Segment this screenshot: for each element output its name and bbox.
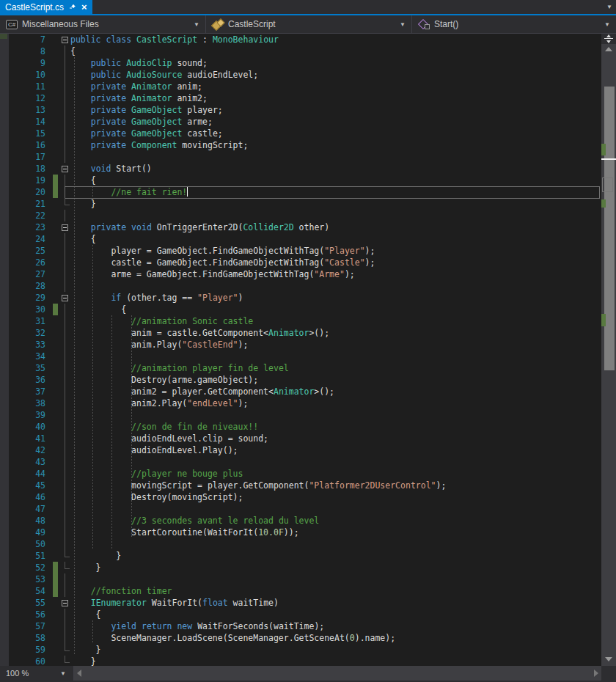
outlining-margin[interactable] — [60, 597, 70, 609]
code-line[interactable]: 12 private Animator anim2; — [0, 92, 601, 104]
code-line[interactable]: 28 — [0, 280, 601, 292]
code-line[interactable]: 27 arme = GameObject.FindGameObjectWithT… — [0, 268, 601, 280]
change-bar-empty — [53, 503, 58, 515]
code-line[interactable]: 36 Destroy(arme.gameObject); — [0, 374, 601, 386]
code-line[interactable]: 56 { — [0, 609, 601, 620]
code-line[interactable]: 11 private Animator anim; — [0, 81, 601, 92]
code-line[interactable]: 21 } — [0, 198, 601, 210]
code-line[interactable]: 41 audioEndLevel.clip = sound; — [0, 433, 601, 444]
zoom-control[interactable]: 100 % ▼ — [0, 666, 74, 681]
close-icon[interactable]: × — [81, 2, 87, 12]
fold-toggle-icon[interactable] — [62, 295, 68, 301]
code-line[interactable]: 51 } — [0, 550, 601, 562]
code-line[interactable]: 55 IEnumerator WaitForIt(float waitTime) — [0, 597, 601, 609]
code-line[interactable]: 19 { — [0, 175, 601, 186]
splitter-handle-icon[interactable] — [601, 34, 616, 44]
horizontal-scrollbar[interactable] — [74, 666, 601, 681]
code-line[interactable]: 8{ — [0, 45, 601, 57]
type-dropdown[interactable]: CastleScript ▼ — [206, 15, 412, 33]
code-line[interactable]: 58 SceneManager.LoadScene(SceneManager.G… — [0, 632, 601, 644]
outlining-margin[interactable] — [60, 292, 70, 304]
code-line[interactable]: 46 Destroy(movingScript); — [0, 491, 601, 503]
change-bar-empty — [53, 491, 58, 503]
change-bar-empty — [53, 210, 58, 221]
code-line[interactable]: 48 //3 secondes avant le reload du level — [0, 515, 601, 527]
code-line[interactable]: 9 public AudioClip sound; — [0, 57, 601, 69]
code-line[interactable]: 30 { — [0, 304, 601, 315]
change-bar-empty — [53, 57, 58, 69]
code-line[interactable]: 45 movingScript = player.GetComponent("P… — [0, 480, 601, 491]
code-line[interactable]: 10 public AudioSource audioEndLevel; — [0, 69, 601, 81]
tab-castlescript[interactable]: CastleScript.cs × — [0, 0, 92, 14]
code-line[interactable]: 16 private Component movingScript; — [0, 139, 601, 151]
code-text: } — [70, 550, 121, 562]
code-line[interactable]: 57 yield return new WaitForSeconds(waitT… — [0, 620, 601, 632]
scrollbar-thumb[interactable] — [604, 87, 615, 370]
code-line[interactable]: 43 — [0, 456, 601, 468]
fold-toggle-icon[interactable] — [62, 166, 68, 172]
code-line[interactable]: 44 //player ne bouge plus — [0, 468, 601, 480]
line-number: 11 — [0, 81, 45, 92]
code-line[interactable]: 25 player = GameObject.FindGameObjectWit… — [0, 245, 601, 257]
outlining-margin — [60, 491, 70, 503]
code-line[interactable]: 38 anim2.Play("endLevel"); — [0, 397, 601, 409]
code-line[interactable]: 49 StartCoroutine(WaitForIt(10.0F)); — [0, 527, 601, 538]
code-text: castle = GameObject.FindGameObjectWithTa… — [70, 257, 375, 268]
code-line[interactable]: 34 — [0, 351, 601, 362]
outlining-margin — [60, 480, 70, 491]
code-line[interactable]: 15 private GameObject castle; — [0, 128, 601, 139]
code-line[interactable]: 54 //fonction timer — [0, 585, 601, 597]
code-line[interactable]: 52 } — [0, 562, 601, 573]
code-line[interactable]: 33 anim.Play("CastleEnd"); — [0, 339, 601, 351]
code-line[interactable]: 37 anim2 = player.GetComponent<Animator>… — [0, 386, 601, 397]
fold-toggle-icon[interactable] — [62, 37, 68, 43]
code-line[interactable]: 60 } — [0, 656, 601, 666]
code-line[interactable]: 32 anim = castle.GetComponent<Animator>(… — [0, 327, 601, 339]
scroll-down-icon[interactable] — [605, 657, 612, 661]
code-line[interactable]: 22 — [0, 210, 601, 221]
code-line[interactable]: 18 void Start() — [0, 163, 601, 175]
fold-toggle-icon[interactable] — [62, 224, 68, 231]
code-line[interactable]: 20 //ne fait rien! — [0, 186, 601, 198]
change-bar-empty — [53, 480, 58, 491]
code-line[interactable]: 47 — [0, 503, 601, 515]
code-line[interactable]: 17 — [0, 151, 601, 163]
code-line[interactable]: 13 private GameObject player; — [0, 104, 601, 116]
fold-toggle-icon[interactable] — [62, 600, 68, 606]
code-line[interactable]: 29 if (other.tag == "Player") — [0, 292, 601, 304]
code-line[interactable]: 53 — [0, 573, 601, 585]
line-number: 51 — [0, 550, 45, 562]
code-line[interactable]: 7public class CastleScript : MonoBehavio… — [0, 34, 601, 45]
code-line[interactable]: 23 private void OnTriggerEnter2D(Collide… — [0, 221, 601, 233]
change-bar-empty — [53, 433, 58, 444]
vertical-scrollbar[interactable] — [601, 34, 616, 666]
code-line[interactable]: 31 //animation Sonic castle — [0, 315, 601, 327]
line-number: 16 — [0, 139, 45, 151]
code-line[interactable]: 39 — [0, 409, 601, 421]
code-editor[interactable]: 7public class CastleScript : MonoBehavio… — [0, 34, 616, 666]
outlining-margin[interactable] — [60, 163, 70, 175]
outlining-margin — [60, 468, 70, 480]
code-line[interactable]: 14 private GameObject arme; — [0, 116, 601, 128]
scroll-up-icon[interactable] — [605, 47, 612, 51]
outlining-margin[interactable] — [60, 34, 70, 45]
member-dropdown[interactable]: Start() ▼ — [412, 15, 616, 33]
code-line[interactable]: 40 //son de fin de niveaux!! — [0, 421, 601, 433]
outlining-margin[interactable] — [60, 221, 70, 233]
code-text: public AudioSource audioEndLevel; — [70, 69, 258, 81]
code-line[interactable]: 42 audioEndLevel.Play(); — [0, 444, 601, 456]
code-line[interactable]: 35 //animation player fin de level — [0, 362, 601, 374]
tab-overflow-dropdown-icon[interactable]: ▼ — [606, 4, 612, 10]
code-line[interactable]: 50 — [0, 538, 601, 550]
outlining-margin — [60, 45, 70, 57]
scroll-left-icon[interactable] — [77, 670, 81, 677]
change-bar-empty — [53, 92, 58, 104]
line-number: 31 — [0, 315, 45, 327]
code-line[interactable]: 26 castle = GameObject.FindGameObjectWit… — [0, 257, 601, 268]
code-text: { — [70, 45, 76, 57]
project-dropdown[interactable]: C# Miscellaneous Files ▼ — [0, 15, 206, 33]
scroll-right-icon[interactable] — [594, 670, 598, 677]
pin-icon[interactable] — [69, 4, 76, 11]
code-line[interactable]: 59 } — [0, 644, 601, 656]
code-line[interactable]: 24 { — [0, 233, 601, 245]
